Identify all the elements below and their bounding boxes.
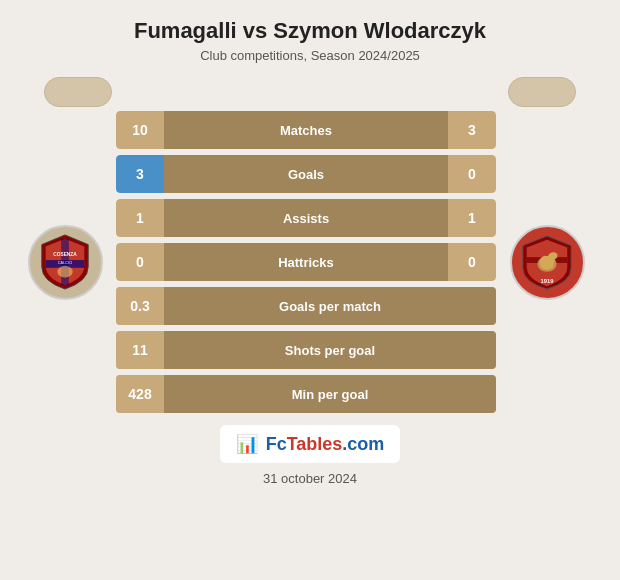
- stat-assists-left: 1: [116, 199, 164, 237]
- stat-goals-per-match-label: Goals per match: [164, 287, 496, 325]
- decorative-pill-left: [44, 77, 112, 107]
- stat-matches-label: Matches: [164, 111, 448, 149]
- stats-section: 10 Matches 3 3 Goals 0 1 Assists 1 0 Hat…: [116, 111, 496, 413]
- salernitana-emblem: 1919: [518, 233, 576, 291]
- cosenza-logo-circle: COSENZA CALCIO: [28, 225, 103, 300]
- stat-hattricks-left: 0: [116, 243, 164, 281]
- left-team-logo: COSENZA CALCIO: [20, 225, 110, 300]
- stat-row-matches: 10 Matches 3: [116, 111, 496, 149]
- salernitana-logo-circle: 1919: [510, 225, 585, 300]
- brand-logo-text: FcTables.com: [266, 434, 385, 455]
- stat-min-per-goal-label: Min per goal: [164, 375, 496, 413]
- stat-row-min-per-goal: 428 Min per goal: [116, 375, 496, 413]
- stat-row-assists: 1 Assists 1: [116, 199, 496, 237]
- right-team-logo: 1919: [502, 225, 592, 300]
- stat-min-per-goal-value: 428: [116, 375, 164, 413]
- page-wrapper: Fumagalli vs Szymon Wlodarczyk Club comp…: [0, 0, 620, 580]
- stat-hattricks-right: 0: [448, 243, 496, 281]
- svg-point-4: [57, 266, 72, 278]
- svg-text:1919: 1919: [541, 278, 555, 284]
- stat-goals-left: 3: [116, 155, 164, 193]
- page-subtitle: Club competitions, Season 2024/2025: [200, 48, 420, 63]
- svg-text:COSENZA: COSENZA: [53, 252, 77, 257]
- cosenza-emblem: COSENZA CALCIO: [36, 233, 94, 291]
- stat-row-goals: 3 Goals 0: [116, 155, 496, 193]
- stat-row-goals-per-match: 0.3 Goals per match: [116, 287, 496, 325]
- brand-chart-icon: 📊: [236, 433, 258, 455]
- stat-shots-per-goal-value: 11: [116, 331, 164, 369]
- stat-assists-right: 1: [448, 199, 496, 237]
- stat-hattricks-label: Hattricks: [164, 243, 448, 281]
- stat-shots-per-goal-label: Shots per goal: [164, 331, 496, 369]
- top-decoration: [20, 77, 600, 107]
- stat-goals-right: 0: [448, 155, 496, 193]
- stat-matches-left: 10: [116, 111, 164, 149]
- svg-text:CALCIO: CALCIO: [58, 261, 72, 265]
- stat-row-shots-per-goal: 11 Shots per goal: [116, 331, 496, 369]
- stats-with-logos: COSENZA CALCIO 10 Matches 3 3 Goals 0: [20, 111, 600, 413]
- stat-goals-per-match-value: 0.3: [116, 287, 164, 325]
- stat-assists-label: Assists: [164, 199, 448, 237]
- decorative-pill-right: [508, 77, 576, 107]
- stat-matches-right: 3: [448, 111, 496, 149]
- footer-date: 31 october 2024: [263, 471, 357, 486]
- stat-row-hattricks: 0 Hattricks 0: [116, 243, 496, 281]
- page-title: Fumagalli vs Szymon Wlodarczyk: [134, 18, 486, 44]
- brand-logo: 📊 FcTables.com: [220, 425, 401, 463]
- stat-goals-label: Goals: [164, 155, 448, 193]
